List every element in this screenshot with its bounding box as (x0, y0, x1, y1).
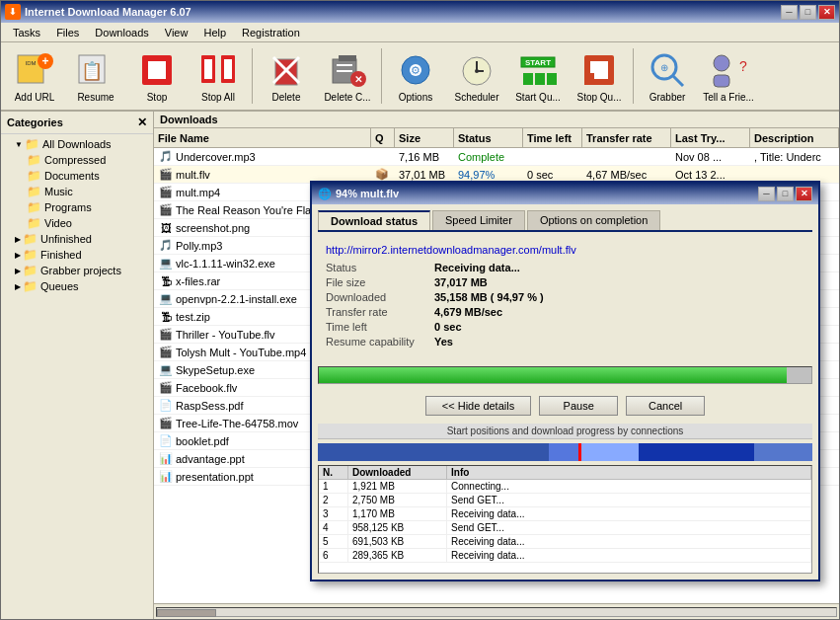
sidebar-item-grabber-projects[interactable]: ▶ 📁 Grabber projects (1, 263, 153, 278)
table-row[interactable]: 🎵 Undercover.mp3 7,16 MB Complete Nov 08… (154, 148, 839, 166)
tab-download-status[interactable]: Download status (318, 210, 430, 230)
add-url-icon: + IDM (15, 50, 54, 90)
dialog-tabs: Download status Speed Limiter Options on… (318, 210, 812, 232)
tree-expand-icon: ▶ (15, 282, 21, 291)
filename-cell: mult.flv (176, 169, 210, 181)
col-lasttry[interactable]: Last Try... (671, 128, 750, 147)
dialog-close-button[interactable]: ✕ (796, 187, 812, 201)
tab-options-on-completion[interactable]: Options on completion (527, 210, 660, 230)
delete-label: Delete (272, 92, 301, 103)
dialog-maximize-button[interactable]: □ (777, 187, 794, 201)
col-q[interactable]: Q (371, 128, 395, 147)
col-size[interactable]: Size (395, 128, 454, 147)
dialog-content: Download status Speed Limiter Options on… (312, 204, 818, 580)
conn-n: 5 (319, 535, 348, 548)
stop-qu-button[interactable]: Stop Qu... (570, 45, 629, 107)
menu-downloads[interactable]: Downloads (87, 25, 156, 40)
download-url: http://mirror2.internetdownloadmanager.c… (326, 244, 804, 256)
svg-text:START: START (525, 58, 551, 67)
resume-icon: 📋 (76, 50, 115, 90)
file-type-icon: 🎬 (158, 327, 174, 343)
col-transferrate[interactable]: Transfer rate (582, 128, 671, 147)
tell-friend-icon: ? (709, 50, 748, 90)
sidebar-item-video[interactable]: 📁 Video (1, 215, 153, 231)
list-scrollbar[interactable] (154, 603, 839, 619)
sidebar-item-label: Documents (44, 170, 100, 182)
scheduler-button[interactable]: Scheduler (447, 45, 506, 107)
stop-all-button[interactable]: Stop All (189, 45, 248, 107)
menu-registration[interactable]: Registration (234, 25, 308, 40)
title-bar: ⬇ Internet Download Manager 6.07 ─ □ ✕ (1, 1, 839, 23)
pause-button[interactable]: Pause (539, 396, 618, 416)
filename-cell: Thriller - YouTube.flv (176, 329, 274, 341)
grabber-button[interactable]: ⊕ Grabber (638, 45, 697, 107)
sidebar-item-finished[interactable]: ▶ 📁 Finished (1, 247, 153, 263)
filename-cell: screenshot.png (176, 222, 250, 234)
sidebar-item-label: All Downloads (42, 138, 112, 150)
svg-marker-32 (547, 73, 557, 85)
tell-friend-button[interactable]: ? Tell a Frie... (699, 45, 758, 107)
filename-cell: booklet.pdf (176, 435, 229, 447)
delete-button[interactable]: Delete (257, 45, 316, 107)
col-status[interactable]: Status (454, 128, 523, 147)
file-type-icon: 🗜 (158, 309, 174, 325)
file-type-icon: 🎬 (158, 416, 174, 431)
stop-icon (137, 50, 177, 90)
tell-friend-label: Tell a Frie... (703, 92, 754, 103)
delete-c-button[interactable]: ✕ Delete C... (318, 45, 377, 107)
tab-speed-limiter[interactable]: Speed Limiter (432, 210, 525, 230)
svg-rect-11 (224, 59, 232, 79)
sidebar-item-programs[interactable]: 📁 Programs (1, 199, 153, 215)
sidebar-item-label: Unfinished (40, 233, 92, 245)
options-icon: ⚙ (396, 50, 435, 90)
sidebar-item-queues[interactable]: ▶ 📁 Queues (1, 278, 153, 294)
timeleft-cell: 0 sec (523, 169, 582, 181)
dialog-title-text: 94% mult.flv (336, 188, 758, 199)
dialog-minimize-button[interactable]: ─ (758, 187, 775, 201)
close-button[interactable]: ✕ (818, 5, 835, 20)
filename-cell: Polly.mp3 (176, 240, 222, 252)
menu-tasks[interactable]: Tasks (5, 25, 48, 40)
options-button[interactable]: ⚙ Options (386, 45, 445, 107)
menu-files[interactable]: Files (48, 25, 87, 40)
add-url-button[interactable]: + IDM Add URL (5, 45, 64, 107)
folder-icon: 📁 (27, 153, 41, 167)
hide-details-button[interactable]: << Hide details (425, 396, 531, 416)
maximize-button[interactable]: □ (800, 5, 816, 20)
col-timeleft[interactable]: Time left (523, 128, 582, 147)
toolbar-sep-2 (381, 48, 382, 104)
sidebar-close-button[interactable]: ✕ (137, 116, 147, 129)
folder-icon: 📁 (25, 137, 39, 151)
col-description[interactable]: Description (750, 128, 839, 147)
sidebar-item-compressed[interactable]: 📁 Compressed (1, 152, 153, 168)
conn-n: 4 (319, 521, 348, 534)
minimize-button[interactable]: ─ (781, 5, 798, 20)
sidebar-item-music[interactable]: 📁 Music (1, 184, 153, 199)
list-item: 4 958,125 KB Send GET... (319, 521, 811, 535)
conn-seg-1 (318, 443, 549, 461)
sidebar-item-documents[interactable]: 📁 Documents (1, 168, 153, 184)
col-filename[interactable]: File Name (154, 128, 371, 147)
toolbar-sep-3 (633, 48, 634, 104)
cancel-button[interactable]: Cancel (626, 396, 705, 416)
svg-text:+: + (41, 54, 48, 68)
menu-help[interactable]: Help (195, 25, 234, 40)
sidebar-item-label: Queues (40, 280, 79, 292)
lasttry-cell: Oct 13 2... (671, 169, 750, 181)
conn-seg-2 (549, 443, 577, 461)
menu-view[interactable]: View (157, 25, 196, 40)
stop-button[interactable]: Stop (127, 45, 187, 107)
queue-cell: 📦 (371, 168, 395, 181)
timeleft-value: 0 sec (434, 321, 462, 333)
sidebar-item-unfinished[interactable]: ▶ 📁 Unfinished (1, 231, 153, 247)
sidebar-item-all-downloads[interactable]: ▼ 📁 All Downloads (1, 136, 153, 152)
resume-button[interactable]: 📋 Resume (66, 45, 125, 107)
downloads-section-header: Downloads (154, 112, 839, 128)
file-type-icon: 📄 (158, 398, 174, 414)
conn-segments (318, 443, 812, 461)
svg-marker-30 (523, 73, 533, 85)
status-cell: Complete (454, 151, 523, 163)
start-qu-button[interactable]: START Start Qu... (508, 45, 568, 107)
conn-n: 2 (319, 494, 348, 506)
window-controls: ─ □ ✕ (781, 5, 835, 20)
